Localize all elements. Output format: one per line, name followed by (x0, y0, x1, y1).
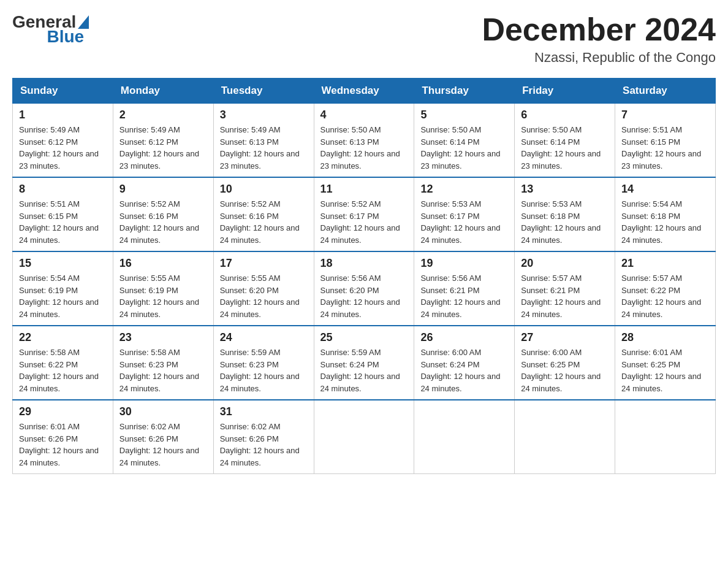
day-number: 25 (320, 331, 408, 344)
calendar-cell (314, 400, 414, 474)
day-number: 12 (420, 183, 508, 196)
calendar-cell: 1Sunrise: 5:49 AMSunset: 6:12 PMDaylight… (13, 104, 113, 178)
day-number: 21 (621, 257, 709, 270)
calendar-cell: 20Sunrise: 5:57 AMSunset: 6:21 PMDayligh… (515, 251, 615, 326)
day-info: Sunrise: 5:51 AMSunset: 6:15 PMDaylight:… (621, 124, 709, 172)
day-number: 15 (19, 257, 107, 270)
calendar-cell: 8Sunrise: 5:51 AMSunset: 6:15 PMDaylight… (13, 177, 113, 251)
calendar-cell: 24Sunrise: 5:59 AMSunset: 6:23 PMDayligh… (213, 326, 314, 400)
day-number: 6 (521, 109, 609, 121)
day-number: 18 (320, 257, 408, 270)
calendar-week-row: 8Sunrise: 5:51 AMSunset: 6:15 PMDaylight… (13, 177, 716, 251)
day-info: Sunrise: 5:53 AMSunset: 6:17 PMDaylight:… (420, 198, 508, 246)
day-number: 28 (621, 331, 709, 344)
day-number: 19 (420, 257, 508, 270)
day-number: 16 (119, 257, 207, 270)
day-info: Sunrise: 5:50 AMSunset: 6:13 PMDaylight:… (320, 124, 408, 172)
calendar-cell: 7Sunrise: 5:51 AMSunset: 6:15 PMDaylight… (615, 104, 716, 178)
day-info: Sunrise: 6:01 AMSunset: 6:25 PMDaylight:… (621, 347, 709, 394)
day-number: 1 (19, 109, 107, 121)
day-info: Sunrise: 5:54 AMSunset: 6:18 PMDaylight:… (621, 198, 709, 246)
calendar-cell: 31Sunrise: 6:02 AMSunset: 6:26 PMDayligh… (213, 400, 314, 474)
calendar-cell: 5Sunrise: 5:50 AMSunset: 6:14 PMDaylight… (414, 104, 515, 178)
day-info: Sunrise: 5:49 AMSunset: 6:13 PMDaylight:… (220, 124, 308, 172)
day-info: Sunrise: 5:51 AMSunset: 6:15 PMDaylight:… (19, 198, 107, 246)
calendar-cell: 21Sunrise: 5:57 AMSunset: 6:22 PMDayligh… (615, 251, 716, 326)
day-info: Sunrise: 6:00 AMSunset: 6:24 PMDaylight:… (420, 347, 508, 394)
day-info: Sunrise: 5:57 AMSunset: 6:21 PMDaylight:… (521, 272, 609, 320)
calendar-cell (414, 400, 515, 474)
day-info: Sunrise: 5:55 AMSunset: 6:19 PMDaylight:… (119, 272, 207, 320)
weekday-header-wednesday: Wednesday (314, 79, 414, 104)
calendar-cell: 23Sunrise: 5:58 AMSunset: 6:23 PMDayligh… (113, 326, 213, 400)
day-number: 11 (320, 183, 408, 196)
day-info: Sunrise: 6:02 AMSunset: 6:26 PMDaylight:… (220, 421, 308, 469)
calendar-cell: 19Sunrise: 5:56 AMSunset: 6:21 PMDayligh… (414, 251, 515, 326)
calendar-cell: 12Sunrise: 5:53 AMSunset: 6:17 PMDayligh… (414, 177, 515, 251)
day-info: Sunrise: 5:58 AMSunset: 6:22 PMDaylight:… (19, 347, 107, 394)
logo: General Gen Blue (12, 12, 89, 47)
day-info: Sunrise: 6:01 AMSunset: 6:26 PMDaylight:… (19, 421, 107, 469)
day-info: Sunrise: 5:57 AMSunset: 6:22 PMDaylight:… (621, 272, 709, 320)
day-number: 3 (220, 109, 308, 121)
calendar-cell: 15Sunrise: 5:54 AMSunset: 6:19 PMDayligh… (13, 251, 113, 326)
weekday-header-sunday: Sunday (13, 79, 113, 104)
day-number: 9 (119, 183, 207, 196)
title-area: December 2024 Nzassi, Republic of the Co… (482, 12, 716, 66)
day-info: Sunrise: 5:52 AMSunset: 6:16 PMDaylight:… (119, 198, 207, 246)
day-info: Sunrise: 5:53 AMSunset: 6:18 PMDaylight:… (521, 198, 609, 246)
day-number: 26 (420, 331, 508, 344)
calendar-week-row: 22Sunrise: 5:58 AMSunset: 6:22 PMDayligh… (13, 326, 716, 400)
calendar-cell: 9Sunrise: 5:52 AMSunset: 6:16 PMDaylight… (113, 177, 213, 251)
calendar-cell: 17Sunrise: 5:55 AMSunset: 6:20 PMDayligh… (213, 251, 314, 326)
calendar-cell (515, 400, 615, 474)
day-number: 27 (521, 331, 609, 344)
calendar-week-row: 29Sunrise: 6:01 AMSunset: 6:26 PMDayligh… (13, 400, 716, 474)
day-info: Sunrise: 5:50 AMSunset: 6:14 PMDaylight:… (521, 124, 609, 172)
month-year-title: December 2024 (482, 12, 716, 47)
calendar-cell: 25Sunrise: 5:59 AMSunset: 6:24 PMDayligh… (314, 326, 414, 400)
page-header: General Gen Blue December 2024 Nzassi, R… (12, 12, 716, 66)
day-number: 5 (420, 109, 508, 121)
day-info: Sunrise: 5:54 AMSunset: 6:19 PMDaylight:… (19, 272, 107, 320)
logo-blue-text: Blue (47, 27, 84, 47)
calendar-cell: 16Sunrise: 5:55 AMSunset: 6:19 PMDayligh… (113, 251, 213, 326)
day-number: 4 (320, 109, 408, 121)
day-info: Sunrise: 5:59 AMSunset: 6:24 PMDaylight:… (320, 347, 408, 394)
calendar-cell: 26Sunrise: 6:00 AMSunset: 6:24 PMDayligh… (414, 326, 515, 400)
day-number: 22 (19, 331, 107, 344)
day-number: 30 (119, 405, 207, 418)
calendar-cell: 14Sunrise: 5:54 AMSunset: 6:18 PMDayligh… (615, 177, 716, 251)
calendar-week-row: 15Sunrise: 5:54 AMSunset: 6:19 PMDayligh… (13, 251, 716, 326)
day-number: 17 (220, 257, 308, 270)
weekday-header-saturday: Saturday (615, 79, 716, 104)
calendar-cell: 10Sunrise: 5:52 AMSunset: 6:16 PMDayligh… (213, 177, 314, 251)
day-number: 14 (621, 183, 709, 196)
day-info: Sunrise: 5:56 AMSunset: 6:21 PMDaylight:… (420, 272, 508, 320)
day-number: 7 (621, 109, 709, 121)
calendar-week-row: 1Sunrise: 5:49 AMSunset: 6:12 PMDaylight… (13, 104, 716, 178)
day-number: 24 (220, 331, 308, 344)
day-info: Sunrise: 6:02 AMSunset: 6:26 PMDaylight:… (119, 421, 207, 469)
day-number: 31 (220, 405, 308, 418)
calendar-cell: 2Sunrise: 5:49 AMSunset: 6:12 PMDaylight… (113, 104, 213, 178)
calendar-cell: 30Sunrise: 6:02 AMSunset: 6:26 PMDayligh… (113, 400, 213, 474)
day-number: 10 (220, 183, 308, 196)
day-info: Sunrise: 5:52 AMSunset: 6:16 PMDaylight:… (220, 198, 308, 246)
day-info: Sunrise: 5:49 AMSunset: 6:12 PMDaylight:… (119, 124, 207, 172)
day-info: Sunrise: 5:59 AMSunset: 6:23 PMDaylight:… (220, 347, 308, 394)
day-info: Sunrise: 5:49 AMSunset: 6:12 PMDaylight:… (19, 124, 107, 172)
day-number: 29 (19, 405, 107, 418)
day-info: Sunrise: 5:55 AMSunset: 6:20 PMDaylight:… (220, 272, 308, 320)
calendar-cell: 13Sunrise: 5:53 AMSunset: 6:18 PMDayligh… (515, 177, 615, 251)
calendar-table: SundayMondayTuesdayWednesdayThursdayFrid… (12, 78, 716, 474)
calendar-cell: 6Sunrise: 5:50 AMSunset: 6:14 PMDaylight… (515, 104, 615, 178)
day-info: Sunrise: 5:52 AMSunset: 6:17 PMDaylight:… (320, 198, 408, 246)
calendar-cell: 22Sunrise: 5:58 AMSunset: 6:22 PMDayligh… (13, 326, 113, 400)
day-number: 8 (19, 183, 107, 196)
weekday-header-friday: Friday (515, 79, 615, 104)
weekday-header-thursday: Thursday (414, 79, 515, 104)
day-number: 20 (521, 257, 609, 270)
weekday-header-row: SundayMondayTuesdayWednesdayThursdayFrid… (13, 79, 716, 104)
location-subtitle: Nzassi, Republic of the Congo (482, 50, 716, 66)
